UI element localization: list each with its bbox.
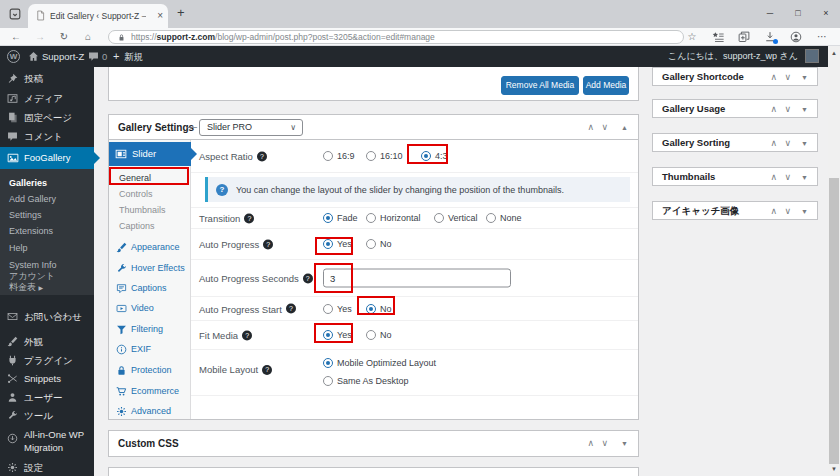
sidebar-item-tools[interactable]: ツール — [0, 406, 94, 425]
gallery-shortcode-panel[interactable]: Gallery Shortcode ∧ ∨ ▼ — [652, 67, 818, 86]
subtab-thumbnails[interactable]: Thumbnails — [109, 202, 191, 218]
remove-all-media-button[interactable]: Remove All Media — [501, 76, 579, 95]
collections-icon[interactable] — [738, 31, 750, 43]
favorites-list-icon[interactable] — [712, 31, 724, 43]
sidebar-subitem-galleries[interactable]: Galleries — [0, 175, 94, 191]
home-button[interactable]: ⌂ — [80, 28, 96, 46]
help-icon[interactable]: ? — [286, 304, 296, 314]
window-close-button[interactable]: × — [812, 0, 840, 28]
auto-progress-seconds-input[interactable] — [323, 269, 511, 288]
radio-option-4-3[interactable]: 4:3 — [421, 151, 448, 161]
help-icon[interactable]: ? — [263, 239, 273, 249]
radio-same-as-desktop[interactable] — [323, 376, 333, 386]
radio-option-fit-no[interactable]: No — [366, 330, 392, 340]
radio-option-16-10[interactable]: 16:10 — [366, 151, 403, 161]
thumbnails-panel[interactable]: Thumbnails ∧ ∨ ▼ — [652, 167, 818, 186]
url-bar[interactable]: https://support-z.com/blog/wp-admin/post… — [108, 30, 684, 44]
radio-no[interactable] — [366, 239, 376, 249]
radio-option-fit-yes[interactable]: Yes — [323, 330, 352, 340]
browser-tab[interactable]: Edit Gallery ‹ Support-Z — Word × — [28, 4, 168, 28]
move-down-icon[interactable]: ∨ — [784, 139, 791, 148]
tab-protection[interactable]: Protection — [109, 361, 191, 379]
tab-slider[interactable]: Slider — [109, 142, 191, 166]
subtab-captions[interactable]: Captions — [109, 218, 191, 234]
move-up-icon[interactable]: ∧ — [770, 207, 777, 216]
admin-bar-site-name[interactable]: Support-Z — [42, 46, 84, 67]
sidebar-item-comments[interactable]: コメント — [0, 127, 94, 146]
radio-no[interactable] — [366, 330, 376, 340]
profile-avatar-icon[interactable] — [790, 31, 802, 43]
radio-yes[interactable] — [323, 304, 333, 314]
subtab-controls[interactable]: Controls — [109, 186, 191, 202]
sidebar-subitem-add-gallery[interactable]: Add Gallery — [0, 191, 94, 207]
sidebar-item-users[interactable]: ユーザー — [0, 388, 94, 407]
help-icon[interactable]: ? — [303, 273, 313, 283]
refresh-button[interactable]: ↻ — [56, 28, 72, 46]
new-tab-button[interactable]: + — [177, 0, 185, 28]
subtab-general[interactable]: General — [109, 170, 191, 186]
radio-option-none[interactable]: None — [486, 213, 522, 223]
move-down-icon[interactable]: ∨ — [784, 173, 791, 182]
move-down-icon[interactable]: ∨ — [601, 123, 608, 132]
sidebar-item-snippets[interactable]: Snippets — [0, 369, 94, 388]
tab-appearance[interactable]: Appearance — [109, 238, 191, 256]
radio-option-mobile-optimized[interactable]: Mobile Optimized Layout — [323, 358, 436, 368]
tab-advanced[interactable]: Advanced — [109, 402, 191, 420]
move-up-icon[interactable]: ∧ — [587, 439, 594, 448]
scroll-down-icon[interactable]: ▼ — [828, 466, 840, 472]
radio-yes[interactable] — [323, 330, 333, 340]
wordpress-logo-icon[interactable]: W — [7, 50, 20, 63]
move-up-icon[interactable]: ∧ — [587, 123, 594, 132]
move-up-icon[interactable]: ∧ — [770, 139, 777, 148]
sidebar-item-media[interactable]: メディア — [0, 89, 94, 108]
gallery-usage-panel[interactable]: Gallery Usage ∧ ∨ ▼ — [652, 99, 818, 118]
tab-ecommerce[interactable]: Ecommerce — [109, 382, 191, 400]
help-icon[interactable]: ? — [257, 151, 267, 161]
help-icon[interactable]: ? — [262, 365, 272, 375]
browser-menu-icon[interactable]: ⋯ — [816, 31, 828, 43]
toggle-panel-icon[interactable]: ▼ — [801, 174, 808, 181]
move-up-icon[interactable]: ∧ — [770, 173, 777, 182]
forward-button[interactable]: → — [32, 28, 48, 46]
radio-option-horizontal[interactable]: Horizontal — [366, 213, 421, 223]
tab-captions[interactable]: Captions — [109, 279, 191, 297]
tab-close-icon[interactable]: × — [157, 4, 163, 28]
scroll-up-icon[interactable]: ▲ — [828, 50, 840, 56]
gallery-sorting-panel[interactable]: Gallery Sorting ∧ ∨ ▼ — [652, 133, 818, 152]
downloads-icon[interactable] — [764, 31, 776, 43]
help-icon[interactable]: ? — [244, 213, 254, 223]
move-up-icon[interactable]: ∧ — [770, 73, 777, 82]
sidebar-item-pages[interactable]: 固定ページ — [0, 108, 94, 127]
sidebar-subitem-help[interactable]: Help — [0, 240, 94, 256]
sidebar-item-migration[interactable]: All-in-One WP Migration — [0, 426, 94, 454]
window-minimize-button[interactable]: ─ — [756, 0, 784, 28]
toggle-panel-icon[interactable]: ▼ — [801, 74, 808, 81]
radio-16-10[interactable] — [366, 151, 376, 161]
toggle-panel-icon[interactable]: ▼ — [801, 140, 808, 147]
radio-option-vertical[interactable]: Vertical — [434, 213, 478, 223]
move-down-icon[interactable]: ∨ — [784, 73, 791, 82]
help-icon[interactable]: ? — [242, 330, 252, 340]
sidebar-item-posts[interactable]: 投稿 — [0, 69, 94, 88]
tab-video[interactable]: Video — [109, 299, 191, 317]
page-scrollbar[interactable]: ▲ ▼ — [828, 46, 840, 476]
radio-option-start-no[interactable]: No — [366, 304, 392, 314]
admin-bar-new-label[interactable]: 新規 — [124, 46, 143, 67]
scrollbar-thumb[interactable] — [829, 178, 839, 464]
sidebar-item-foogallery[interactable]: FooGallery — [0, 147, 94, 169]
radio-none[interactable] — [486, 213, 496, 223]
radio-option-same-as-desktop[interactable]: Same As Desktop — [323, 376, 409, 386]
radio-option-auto-progress-yes[interactable]: Yes — [323, 239, 352, 249]
radio-vertical[interactable] — [434, 213, 444, 223]
gallery-template-select[interactable]: Slider PRO ∨ — [199, 119, 303, 136]
radio-16-9[interactable] — [323, 151, 333, 161]
move-down-icon[interactable]: ∨ — [784, 105, 791, 114]
sidebar-item-appearance[interactable]: 外観 — [0, 332, 94, 351]
user-avatar[interactable] — [805, 49, 819, 63]
radio-4-3[interactable] — [421, 151, 431, 161]
radio-mobile-optimized[interactable] — [323, 358, 333, 368]
favorites-star-icon[interactable]: ☆ — [686, 31, 698, 43]
radio-yes[interactable] — [323, 239, 333, 249]
toggle-panel-icon[interactable]: ▼ — [621, 440, 628, 447]
toggle-panel-icon[interactable]: ▼ — [801, 208, 808, 215]
